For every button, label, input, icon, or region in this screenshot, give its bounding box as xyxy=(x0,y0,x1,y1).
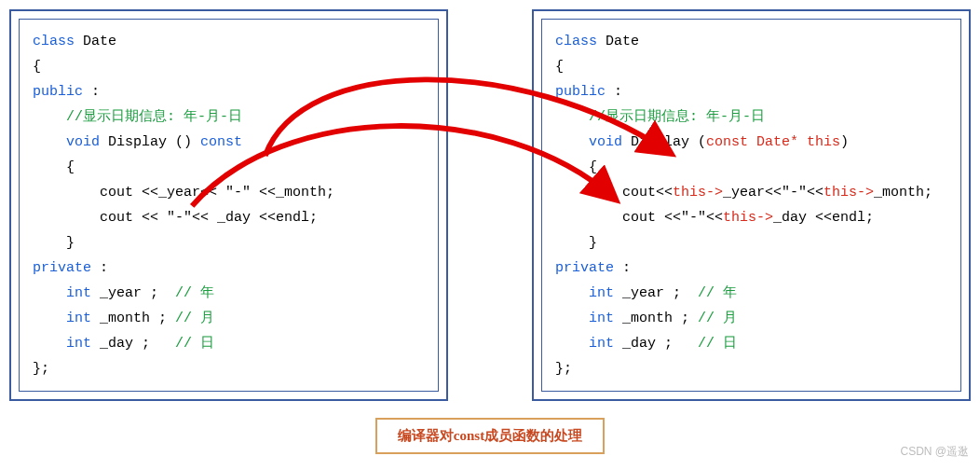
cout-part: _day <<endl; xyxy=(773,210,874,226)
left-code-block: class Date { public : //显示日期信息: 年-月-日 vo… xyxy=(19,19,439,392)
brace-close: } xyxy=(33,235,75,251)
member-month: _month ; xyxy=(91,311,175,326)
class-name: Date xyxy=(75,34,116,49)
keyword-class: class xyxy=(33,34,75,49)
this-arrow: this-> xyxy=(673,185,723,200)
member-year: _year ; xyxy=(614,285,698,301)
cout-line-2: cout << "-"<< _day <<endl; xyxy=(33,210,318,226)
comment-day: // 日 xyxy=(175,336,214,352)
keyword-public: public xyxy=(555,84,606,100)
indent xyxy=(555,134,589,150)
keyword-class: class xyxy=(555,34,597,49)
cout-part: _month; xyxy=(874,185,932,200)
comment-date-info: //显示日期信息: 年-月-日 xyxy=(555,109,765,125)
comment-year: // 年 xyxy=(698,285,737,301)
keyword-private: private xyxy=(33,260,91,276)
colon: : xyxy=(614,260,631,276)
keyword-int: int xyxy=(589,336,614,352)
caption-row: 编译器对const成员函数的处理 xyxy=(9,401,971,454)
brace-close: }; xyxy=(555,361,572,377)
member-year: _year ; xyxy=(91,285,175,301)
cout-line-1: cout <<_year<< "-" <<_month; xyxy=(33,185,334,200)
indent xyxy=(33,285,66,301)
left-code-frame: class Date { public : //显示日期信息: 年-月-日 vo… xyxy=(9,9,448,401)
member-month: _month ; xyxy=(614,311,698,326)
keyword-void: void xyxy=(66,134,100,150)
indent xyxy=(33,134,66,150)
indent xyxy=(555,285,589,301)
close-paren: ) xyxy=(840,134,849,150)
brace-open: { xyxy=(33,159,75,175)
keyword-int: int xyxy=(589,311,614,326)
caption-box: 编译器对const成员函数的处理 xyxy=(375,418,605,454)
this-arrow: this-> xyxy=(723,210,773,226)
comment-date-info: //显示日期信息: 年-月-日 xyxy=(33,109,242,125)
indent xyxy=(33,336,66,352)
keyword-int: int xyxy=(66,311,91,326)
func-name: Display () xyxy=(100,134,200,150)
right-code-frame: class Date { public : //显示日期信息: 年-月-日 vo… xyxy=(532,9,971,401)
keyword-public: public xyxy=(33,84,83,100)
keyword-int: int xyxy=(66,336,91,352)
comment-month: // 月 xyxy=(698,311,737,326)
keyword-int: int xyxy=(66,285,91,301)
keyword-private: private xyxy=(555,260,614,276)
member-day: _day ; xyxy=(614,336,698,352)
brace-open: { xyxy=(33,59,41,75)
colon: : xyxy=(83,84,100,100)
brace-open: { xyxy=(555,159,597,175)
watermark: CSDN @遥逖 xyxy=(900,444,969,460)
indent xyxy=(555,311,589,326)
comment-month: // 月 xyxy=(175,311,214,326)
member-day: _day ; xyxy=(91,336,175,352)
cout-part: cout<< xyxy=(555,185,673,200)
this-arrow: this-> xyxy=(823,185,874,200)
brace-close: }; xyxy=(33,361,49,377)
func-name: Display ( xyxy=(622,134,706,150)
indent xyxy=(555,336,589,352)
class-name: Date xyxy=(597,34,639,49)
const-this-param: const Date* this xyxy=(706,134,840,150)
keyword-int: int xyxy=(589,285,614,301)
keyword-const: const xyxy=(200,134,242,150)
brace-open: { xyxy=(555,59,564,75)
cout-part: cout <<"-"<< xyxy=(555,210,723,226)
brace-close: } xyxy=(555,235,597,251)
comment-year: // 年 xyxy=(175,285,214,301)
colon: : xyxy=(606,84,622,100)
keyword-void: void xyxy=(589,134,622,150)
indent xyxy=(33,311,66,326)
comment-day: // 日 xyxy=(698,336,737,352)
cout-part: _year<<"-"<< xyxy=(723,185,823,200)
colon: : xyxy=(91,260,108,276)
diagram-container: class Date { public : //显示日期信息: 年-月-日 vo… xyxy=(9,9,971,401)
right-code-block: class Date { public : //显示日期信息: 年-月-日 vo… xyxy=(541,19,961,392)
